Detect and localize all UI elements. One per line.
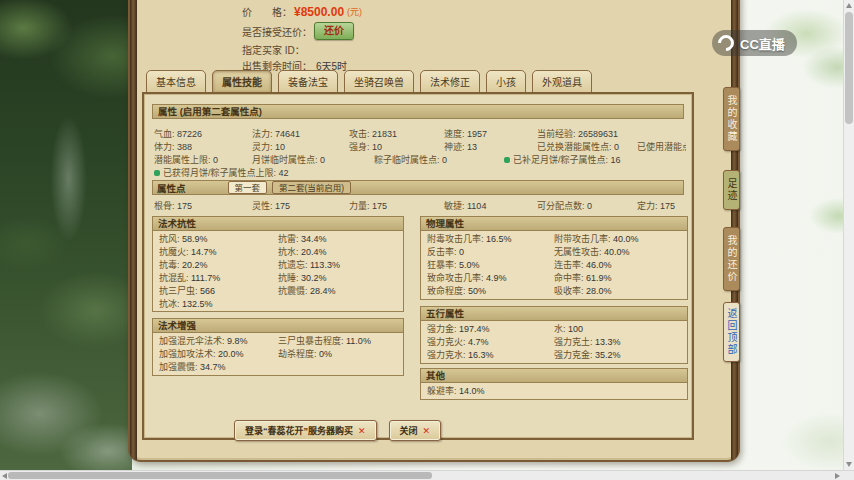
stat-value: 20.4% <box>301 247 327 257</box>
buyer-id-label: 指定买家 ID： <box>242 42 305 57</box>
scroll-up-arrow-icon[interactable] <box>846 3 852 8</box>
login-server-buy-button[interactable]: 登录“春蕊花开”服务器购买 ✕ <box>234 420 377 441</box>
stat-label: 已兑换潜能属性点 <box>537 142 614 152</box>
stat-label: 命中率 <box>554 273 586 283</box>
background-forest-image <box>0 0 132 470</box>
vertical-scrollbar[interactable] <box>843 0 854 470</box>
stat-value: 113.3% <box>310 260 340 270</box>
stat-label: 灵力 <box>252 142 275 152</box>
stat-label: 无属性攻击 <box>554 247 604 257</box>
tab-spell-correction[interactable]: 法术修正 <box>420 70 480 93</box>
stat-value: 34.4% <box>301 234 327 244</box>
tab-mount-summons[interactable]: 坐骑召唤兽 <box>344 70 414 93</box>
stat-item: 强力克金35.2% <box>554 349 681 362</box>
sidebar-item-footprints[interactable]: 足迹 <box>723 170 740 210</box>
stat-item: 体力388 <box>154 141 252 153</box>
tab-basic-info[interactable]: 基本信息 <box>146 70 206 93</box>
points-title: 属性点 <box>157 181 186 195</box>
buyer-id-row: 指定买家 ID： <box>242 42 305 57</box>
stat-item: 速度1957 <box>444 128 537 140</box>
stat-value: 14.0% <box>459 386 485 396</box>
stat-item: 强力克火4.7% <box>427 336 554 349</box>
points-tab-set2[interactable]: 第二套(当前启用) <box>272 181 351 194</box>
stat-label: 抗魔火 <box>159 247 191 257</box>
stat-item: 粽子临时属性点0 <box>374 154 504 166</box>
footer-buttons: 登录“春蕊花开”服务器购买 ✕ 关闭 ✕ <box>234 420 441 441</box>
stat-label: 抗毒 <box>159 260 182 270</box>
back-to-top-button[interactable]: 返回顶部 <box>723 302 740 362</box>
horizontal-scrollbar[interactable] <box>0 470 854 480</box>
stat-value: 87226 <box>177 129 202 139</box>
points-tab-set1[interactable]: 第一套 <box>228 181 268 194</box>
stat-item: 加强震慑34.7% <box>159 361 278 374</box>
stat-item: 加强混元伞法术9.8% <box>159 335 278 348</box>
stat-value: 132.5% <box>182 299 213 309</box>
stat-value: 0 <box>614 142 619 152</box>
stat-label: 连击率 <box>554 260 586 270</box>
stat-label: 攻击 <box>349 129 372 139</box>
stat-value: 28.4% <box>310 286 336 296</box>
stat-value: 9.8% <box>227 336 248 346</box>
magic-resist-title: 法术抗性 <box>153 217 403 231</box>
stat-item: 神迹13 <box>444 141 537 153</box>
stat-label: 抗遗忘 <box>278 260 310 270</box>
stat-item: 强力金197.4% <box>427 323 554 336</box>
stat-item: 气血87226 <box>154 128 252 140</box>
trade-detail-panel: 价 格： ¥8500.00 (元) 是否接受还价： 还价 指定买家 ID： 出售… <box>128 0 740 462</box>
stat-value: 34.7% <box>200 362 226 372</box>
stat-label: 致命程度 <box>427 286 468 296</box>
stat-value: 175 <box>275 201 290 211</box>
stat-item: 可分配点数0 <box>537 200 637 212</box>
stat-label: 抗三尸虫 <box>159 286 200 296</box>
stat-value: 20.0% <box>218 349 244 359</box>
scroll-down-arrow-icon[interactable] <box>846 462 852 467</box>
stat-item: 无属性攻击40.0% <box>554 246 681 259</box>
stat-item: 灵性175 <box>252 200 349 212</box>
stat-item: 根骨175 <box>154 200 252 212</box>
stat-item: 狂暴率5.0% <box>427 259 554 272</box>
stat-label: 躲避率 <box>427 386 459 396</box>
stat-item: 致命攻击几率4.9% <box>427 272 554 285</box>
accept-counter-label: 是否接受还价： <box>242 24 312 39</box>
stat-item: 强身10 <box>349 141 444 153</box>
vertical-scrollbar-thumb[interactable] <box>845 12 853 124</box>
stat-item: 连击率46.0% <box>554 259 681 272</box>
tab-child[interactable]: 小孩 <box>486 70 526 93</box>
stat-item: 敏捷1104 <box>444 200 537 212</box>
tab-equipment-treasures[interactable]: 装备法宝 <box>278 70 338 93</box>
stat-item: 附毒攻击几率16.5% <box>427 233 554 246</box>
stat-value: 46.0% <box>586 260 612 270</box>
stat-value: 5.0% <box>459 260 480 270</box>
counter-offer-button[interactable]: 还价 <box>314 22 354 40</box>
scroll-right-arrow-icon[interactable] <box>835 473 840 479</box>
stat-label: 粽子临时属性点 <box>374 155 442 165</box>
stat-value: 11.0% <box>346 336 371 346</box>
stat-label: 加强加攻法术 <box>159 349 218 359</box>
sidebar-item-my-counter-offers[interactable]: 我的还价 <box>723 227 740 291</box>
stat-label: 劫杀程度 <box>278 349 319 359</box>
stat-item: 致命程度50% <box>427 285 554 298</box>
cc-live-watermark: CC直播 <box>712 30 797 56</box>
tab-appearance-items[interactable]: 外观道具 <box>532 70 592 93</box>
close-button[interactable]: 关闭 ✕ <box>389 420 442 441</box>
stat-value: 0 <box>320 155 325 165</box>
stat-item-bulleted: 已获得月饼/粽子属性点上限42 <box>154 167 289 179</box>
stat-value: 1104 <box>467 201 486 211</box>
magic-enhance-grid: 加强混元伞法术9.8% 三尸虫暴击程度11.0% 加强加攻法术20.0% 劫杀程… <box>153 333 403 376</box>
tab-attributes-skills[interactable]: 属性技能 <box>212 70 272 93</box>
stat-item: 强力克土13.3% <box>554 336 681 349</box>
points-stats-row: 根骨175 灵性175 力量175 敏捷1104 可分配点数0 定力175 <box>154 200 686 212</box>
sidebar-item-my-favorites[interactable]: 我的收藏 <box>723 87 740 151</box>
stat-label: 强身 <box>349 142 372 152</box>
stat-label: 敏捷 <box>444 201 467 211</box>
horizontal-scrollbar-thumb[interactable] <box>8 472 432 479</box>
scroll-left-arrow-icon[interactable] <box>2 473 7 479</box>
stat-value: 16.5% <box>486 234 512 244</box>
price-row: 价 格： ¥8500.00 (元) <box>242 4 362 19</box>
stat-item: 吸收率28.0% <box>554 285 681 298</box>
stat-item: 抗水20.4% <box>278 246 397 259</box>
stat-item: 加强加攻法术20.0% <box>159 348 278 361</box>
stat-value: 10 <box>275 142 285 152</box>
stat-item: 攻击21831 <box>349 128 444 140</box>
magic-enhance-section: 法术增强 加强混元伞法术9.8% 三尸虫暴击程度11.0% 加强加攻法术20.0… <box>152 318 404 376</box>
